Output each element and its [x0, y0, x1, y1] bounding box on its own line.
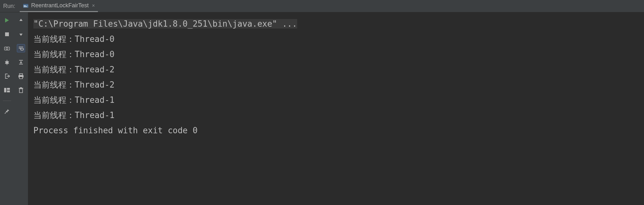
svg-point-7 [5, 61, 9, 64]
svg-rect-3 [24, 6, 27, 7]
run-tool-window: Run: ReentrantLockFairTest × [0, 0, 644, 205]
run-label: Run: [0, 0, 20, 12]
clear-all-icon[interactable] [17, 86, 25, 94]
debug-icon[interactable] [3, 58, 11, 66]
down-stack-icon[interactable] [17, 30, 25, 38]
output-line: 当前线程：Thread-2 [33, 77, 639, 92]
svg-rect-11 [19, 74, 23, 75]
tab-title: ReentrantLockFairTest [31, 2, 89, 9]
output-line: 当前线程：Thread-0 [33, 31, 639, 47]
command-line: "C:\Program Files\Java\jdk1.8.0_251\bin\… [33, 19, 297, 29]
console-output[interactable]: "C:\Program Files\Java\jdk1.8.0_251\bin\… [28, 12, 644, 205]
svg-rect-13 [19, 77, 23, 79]
svg-rect-14 [19, 89, 23, 93]
output-line: 当前线程：Thread-0 [33, 47, 639, 62]
soft-wrap-icon[interactable] [17, 44, 25, 52]
layout-icon[interactable] [3, 86, 11, 94]
svg-rect-2 [24, 5, 26, 6]
separator [3, 101, 11, 101]
run-config-tab[interactable]: ReentrantLockFairTest × [20, 0, 98, 12]
up-stack-icon[interactable] [17, 16, 25, 24]
exit-line: Process finished with exit code 0 [33, 123, 639, 138]
run-actions-secondary [14, 12, 28, 205]
svg-rect-9 [7, 88, 10, 90]
stop-icon[interactable] [3, 30, 11, 38]
svg-point-6 [6, 48, 8, 50]
output-line: 当前线程：Thread-1 [33, 92, 639, 108]
close-icon[interactable]: × [91, 3, 95, 9]
run-actions-primary [0, 12, 14, 205]
application-icon [23, 3, 29, 9]
rerun-icon[interactable] [3, 16, 11, 24]
scroll-to-end-icon[interactable] [17, 58, 25, 66]
svg-rect-1 [23, 4, 28, 5]
run-body: "C:\Program Files\Java\jdk1.8.0_251\bin\… [0, 12, 644, 205]
exit-icon[interactable] [3, 72, 11, 80]
dump-threads-icon[interactable] [3, 44, 11, 52]
svg-rect-10 [7, 90, 10, 92]
output-line: 当前线程：Thread-2 [33, 62, 639, 77]
pin-icon[interactable] [3, 107, 11, 116]
svg-rect-8 [4, 88, 6, 92]
run-header: Run: ReentrantLockFairTest × [0, 0, 644, 12]
output-line: 当前线程：Thread-1 [33, 108, 639, 123]
print-icon[interactable] [17, 72, 25, 80]
svg-rect-4 [5, 32, 9, 36]
